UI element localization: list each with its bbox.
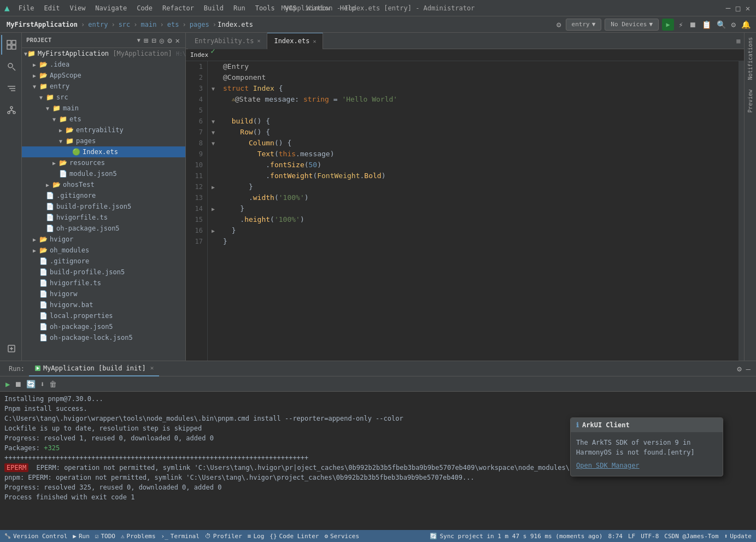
list-item[interactable]: ▶ 📄 hvigorfile.ts — [22, 278, 185, 288]
breadcrumb-main[interactable]: main — [139, 20, 159, 30]
list-item[interactable]: ▶ 📂 ohosTest — [22, 179, 185, 190]
tab-entry-ability[interactable]: EntryAbility.ts ✕ — [188, 33, 267, 49]
fold-6[interactable]: ▼ — [208, 116, 219, 127]
list-item[interactable]: ▶ 📄 oh-package.json5 — [22, 321, 185, 332]
list-item[interactable]: ▶ 📄 hvigorw.bat — [22, 299, 185, 310]
list-item-index-ets[interactable]: ▶ 🟢 Index.ets — [22, 146, 185, 157]
menu-edit[interactable]: Edit — [40, 3, 65, 13]
terminal-status[interactable]: ›_ Terminal — [161, 533, 200, 540]
activity-search[interactable] — [1, 57, 21, 76]
list-item[interactable]: ▶ 📄 oh-package.json5 — [22, 223, 185, 234]
editor-scrollbar[interactable] — [739, 61, 744, 361]
todo-status[interactable]: ☑ TODO — [95, 533, 115, 540]
list-item[interactable]: ▶ 📄 .gitignore — [22, 190, 185, 201]
tab-index-ets[interactable]: Index.ets ✕ — [267, 33, 323, 49]
tab-close-icon[interactable]: ✕ — [313, 38, 316, 44]
menu-run[interactable]: Run — [229, 3, 250, 13]
minimize-button[interactable]: ─ — [724, 4, 732, 12]
notification-icon[interactable]: 🔔 — [740, 19, 752, 30]
project-root-link[interactable]: MyFirstApplication — [4, 20, 80, 30]
run-play-icon[interactable]: ▶ — [4, 379, 11, 390]
list-item[interactable]: ▶ 📄 .gitignore — [22, 256, 185, 267]
list-item[interactable]: ▶ 📂 resources — [22, 157, 185, 168]
run-clear-icon[interactable]: 🗑 — [48, 379, 58, 390]
list-item[interactable]: ▶ 📄 hvigorfile.ts — [22, 212, 185, 223]
list-item[interactable]: ▼ 📁 entry — [22, 81, 185, 92]
code-editor[interactable]: 1 2 3 4 5 6 7 8 9 10 11 12 13 14 15 16 1… — [186, 61, 744, 361]
list-item[interactable]: ▼ 📁 ets — [22, 114, 185, 125]
list-item[interactable]: ▶ 📄 local.properties — [22, 310, 185, 321]
menu-file[interactable]: File — [14, 3, 39, 13]
settings-icon[interactable]: ⚙ — [555, 19, 562, 30]
list-item[interactable]: ▼ 📁 src — [22, 92, 185, 103]
encoding[interactable]: UTF-8 — [641, 533, 659, 540]
problems-status[interactable]: ⚠ Problems — [121, 533, 156, 540]
code-content[interactable]: @Entry @Component struct Index { ⚠@State… — [219, 61, 739, 361]
run-scroll-icon[interactable]: ⬇ — [39, 379, 45, 390]
services-status[interactable]: ⚙ Services — [324, 533, 359, 540]
sync-icon[interactable]: ⚡ — [677, 19, 684, 30]
breadcrumb-pages[interactable]: pages — [187, 20, 212, 30]
run-button[interactable]: ▶ — [662, 19, 674, 31]
more-tabs-icon[interactable]: ≡ — [735, 36, 742, 46]
update-status[interactable]: ⬆ Update — [724, 533, 752, 540]
run-status[interactable]: ▶ Run — [73, 533, 90, 540]
fold-7[interactable]: ▼ — [208, 127, 219, 138]
fold-14[interactable]: ▶ — [208, 203, 219, 214]
activity-structure[interactable] — [1, 79, 21, 98]
profiler-status[interactable]: ⏱ Profiler — [205, 533, 242, 540]
open-sdk-manager-link[interactable]: Open SDK Manager — [576, 461, 717, 470]
sync-message[interactable]: 🔄 Sync project in 1 m 47 s 916 ms (momen… — [430, 533, 602, 540]
breadcrumb-entry[interactable]: entry — [86, 20, 110, 30]
run-stop-icon[interactable]: ⏹ — [13, 379, 23, 390]
run-tab-close-icon[interactable]: ✕ — [150, 364, 154, 372]
menu-build[interactable]: Build — [200, 3, 228, 13]
cursor-position[interactable]: 8:74 — [608, 533, 623, 540]
run-tab[interactable]: MyApplication [build init] ✕ — [29, 361, 159, 376]
list-item[interactable]: ▶ 📄 build-profile.json5 — [22, 267, 185, 278]
locate-icon[interactable]: ◎ — [159, 35, 165, 46]
breadcrumb-index[interactable]: Index — [190, 51, 208, 58]
list-item[interactable]: ▶ 📂 hvigor — [22, 234, 185, 245]
fold-12[interactable]: ▶ — [208, 181, 219, 192]
breadcrumb-file[interactable]: Index.ets — [218, 21, 253, 28]
activity-git[interactable] — [1, 101, 21, 120]
line-ending[interactable]: LF — [628, 533, 635, 540]
list-item[interactable]: ▼ 📁 main — [22, 103, 185, 114]
tree-item-root[interactable]: ▼ 📁 MyFirstApplication [MyApplication] H… — [22, 48, 185, 59]
code-viewport[interactable]: ▼ ▼ ▼ ▼ ▶ ▶ ▶ — [208, 61, 739, 361]
list-item[interactable]: ▶ 📂 oh_modules — [22, 245, 185, 256]
fold-8[interactable]: ▼ — [208, 138, 219, 149]
profile-run-icon[interactable]: 📋 — [701, 19, 712, 30]
collapse-all-icon[interactable]: ⊟ — [150, 35, 157, 46]
close-button[interactable]: ✕ — [744, 4, 752, 12]
fold-16[interactable]: ▶ — [208, 225, 219, 236]
list-item[interactable]: ▶ 📂 entryability — [22, 125, 185, 136]
panel-hide-icon[interactable]: — — [745, 363, 752, 374]
menu-tools[interactable]: Tools — [251, 3, 279, 13]
expand-all-icon[interactable]: ⊞ — [143, 35, 149, 46]
device-selector[interactable]: No Devices ▼ — [605, 19, 659, 31]
list-item[interactable]: ▶ 📂 .idea — [22, 59, 185, 70]
stop-icon[interactable]: ⏹ — [688, 19, 698, 30]
hide-sidebar-icon[interactable]: ✕ — [174, 35, 181, 46]
menu-refactor[interactable]: Refactor — [158, 3, 198, 13]
maximize-button[interactable]: □ — [734, 4, 742, 12]
codelinter-status[interactable]: {} Code Linter — [269, 533, 319, 540]
list-item[interactable]: ▼ 📁 pages — [22, 136, 185, 146]
activity-build[interactable] — [1, 339, 21, 358]
list-item[interactable]: ▶ 📄 build-profile.json5 — [22, 201, 185, 212]
list-item[interactable]: ▶ 📄 hvigorw — [22, 288, 185, 299]
panel-settings-icon[interactable]: ⚙ — [736, 363, 742, 374]
run-restart-icon[interactable]: 🔄 — [25, 379, 37, 390]
log-status[interactable]: ≡ Log — [248, 533, 265, 540]
breadcrumb-ets[interactable]: ets — [165, 20, 181, 30]
search-icon[interactable]: 🔍 — [716, 19, 727, 30]
project-tree[interactable]: ▼ 📁 MyFirstApplication [MyApplication] H… — [22, 48, 185, 361]
activity-project[interactable] — [1, 35, 21, 55]
notifications-panel[interactable]: Notifications — [745, 35, 755, 82]
fold-3[interactable]: ▼ — [208, 83, 219, 94]
version-control-status[interactable]: Version Control — [4, 533, 67, 540]
profile-selector[interactable]: entry ▼ — [566, 19, 602, 31]
tree-settings-icon[interactable]: ⚙ — [166, 35, 173, 46]
